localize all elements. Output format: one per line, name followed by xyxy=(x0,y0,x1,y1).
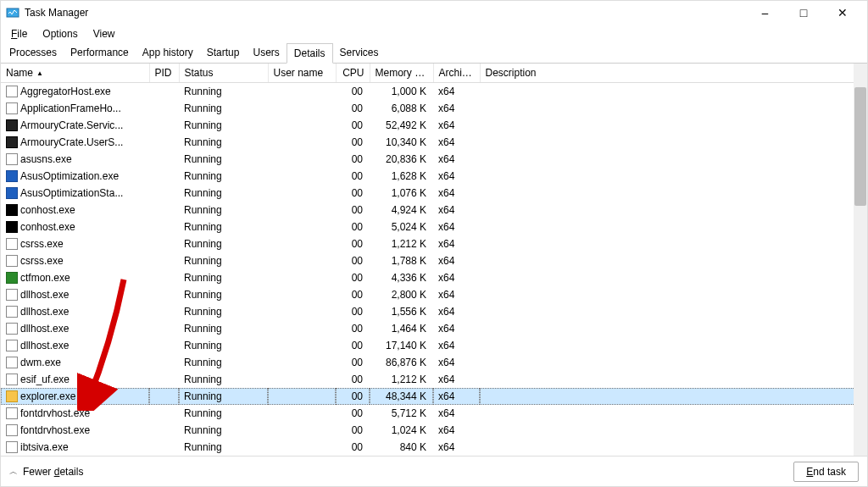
cell-status: Running xyxy=(179,371,268,388)
tab-startup[interactable]: Startup xyxy=(200,43,247,63)
table-row[interactable]: ApplicationFrameHo...Running006,088 Kx64 xyxy=(1,100,867,117)
process-icon xyxy=(6,119,18,131)
cell-user xyxy=(268,286,336,303)
menu-view[interactable]: View xyxy=(86,26,122,42)
cell-pid xyxy=(149,303,179,320)
cell-status: Running xyxy=(179,151,268,168)
tab-details[interactable]: Details xyxy=(287,43,333,64)
menu-options[interactable]: Options xyxy=(36,26,84,42)
cell-cpu: 00 xyxy=(336,422,370,439)
process-icon xyxy=(6,221,18,233)
cell-cpu: 00 xyxy=(336,83,370,101)
cell-status: Running xyxy=(179,337,268,354)
cell-name: conhost.exe xyxy=(1,219,149,235)
tab-users[interactable]: Users xyxy=(246,43,286,63)
cell-cpu: 00 xyxy=(336,337,370,354)
table-row[interactable]: conhost.exeRunning004,924 Kx64 xyxy=(1,202,867,219)
col-header-arch[interactable]: Archite... xyxy=(433,64,480,83)
cell-cpu: 00 xyxy=(336,168,370,185)
table-row[interactable]: csrss.exeRunning001,212 Kx64 xyxy=(1,235,867,252)
cell-arch: x64 xyxy=(433,354,480,371)
cell-cpu: 00 xyxy=(336,151,370,168)
cell-user xyxy=(268,388,336,405)
table-row[interactable]: fontdrvhost.exeRunning001,024 Kx64 xyxy=(1,422,867,439)
table-row[interactable]: ArmouryCrate.UserS...Running0010,340 Kx6… xyxy=(1,134,867,151)
cell-status: Running xyxy=(179,422,268,439)
vertical-scrollbar[interactable] xyxy=(854,64,867,456)
cell-user xyxy=(268,405,336,422)
cell-status: Running xyxy=(179,202,268,219)
table-row[interactable]: ibtsiva.exeRunning00840 Kx64 xyxy=(1,439,867,456)
cell-arch: x64 xyxy=(433,219,480,235)
cell-status: Running xyxy=(179,219,268,235)
chevron-up-icon: ︿ xyxy=(9,466,18,478)
cell-user xyxy=(268,185,336,202)
table-row[interactable]: AsusOptimization.exeRunning001,628 Kx64 xyxy=(1,168,867,185)
cell-cpu: 00 xyxy=(336,134,370,151)
minimize-button[interactable]: ‒ xyxy=(745,1,784,25)
col-header-name[interactable]: Name▲ xyxy=(1,64,149,83)
tab-performance[interactable]: Performance xyxy=(64,43,136,63)
cell-status: Running xyxy=(179,134,268,151)
cell-user xyxy=(268,371,336,388)
table-row[interactable]: dwm.exeRunning0086,876 Kx64 xyxy=(1,354,867,371)
process-icon xyxy=(6,204,18,216)
cell-name: asusns.exe xyxy=(1,151,149,168)
table-row[interactable]: dllhost.exeRunning001,556 Kx64 xyxy=(1,303,867,320)
maximize-button[interactable]: □ xyxy=(784,1,823,25)
table-row[interactable]: esif_uf.exeRunning001,212 Kx64 xyxy=(1,371,867,388)
col-header-cpu[interactable]: CPU xyxy=(336,64,370,83)
table-row[interactable]: explorer.exeRunning0048,344 Kx64 xyxy=(1,388,867,405)
col-header-user[interactable]: User name xyxy=(268,64,336,83)
tab-app-history[interactable]: App history xyxy=(136,43,200,63)
table-row[interactable]: AsusOptimizationSta...Running001,076 Kx6… xyxy=(1,185,867,202)
table-row[interactable]: AggregatorHost.exeRunning001,000 Kx64 xyxy=(1,83,867,101)
cell-desc xyxy=(480,202,867,219)
process-icon xyxy=(6,323,18,335)
cell-arch: x64 xyxy=(433,185,480,202)
cell-arch: x64 xyxy=(433,286,480,303)
cell-mem: 5,712 K xyxy=(370,405,433,422)
process-table[interactable]: Name▲ PID Status User name CPU Memory (a… xyxy=(1,64,867,456)
process-icon xyxy=(6,407,18,419)
table-row[interactable]: dllhost.exeRunning0017,140 Kx64 xyxy=(1,337,867,354)
table-row[interactable]: ctfmon.exeRunning004,336 Kx64 xyxy=(1,269,867,286)
cell-user xyxy=(268,151,336,168)
cell-arch: x64 xyxy=(433,202,480,219)
cell-cpu: 00 xyxy=(336,252,370,269)
fewer-details-toggle[interactable]: ︿ Fewer details xyxy=(9,466,83,478)
process-icon xyxy=(6,153,18,165)
table-row[interactable]: ArmouryCrate.Servic...Running0052,492 Kx… xyxy=(1,117,867,134)
table-row[interactable]: asusns.exeRunning0020,836 Kx64 xyxy=(1,151,867,168)
cell-arch: x64 xyxy=(433,235,480,252)
scroll-thumb[interactable] xyxy=(854,87,866,206)
menu-file[interactable]: File xyxy=(4,26,34,42)
end-task-button[interactable]: End task xyxy=(793,462,859,482)
cell-arch: x64 xyxy=(433,168,480,185)
close-button[interactable]: ✕ xyxy=(823,1,862,25)
table-row[interactable]: conhost.exeRunning005,024 Kx64 xyxy=(1,219,867,235)
cell-name: dllhost.exe xyxy=(1,337,149,354)
process-icon xyxy=(6,102,18,114)
titlebar[interactable]: Task Manager ‒ □ ✕ xyxy=(1,1,867,25)
col-header-status[interactable]: Status xyxy=(179,64,268,83)
table-row[interactable]: dllhost.exeRunning002,800 Kx64 xyxy=(1,286,867,303)
table-row[interactable]: fontdrvhost.exeRunning005,712 Kx64 xyxy=(1,405,867,422)
window-title: Task Manager xyxy=(25,7,88,19)
cell-desc xyxy=(480,303,867,320)
col-header-mem[interactable]: Memory (a... xyxy=(370,64,433,83)
col-header-pid[interactable]: PID xyxy=(149,64,179,83)
tab-processes[interactable]: Processes xyxy=(3,43,64,63)
cell-mem: 4,924 K xyxy=(370,202,433,219)
cell-cpu: 00 xyxy=(336,388,370,405)
cell-status: Running xyxy=(179,405,268,422)
cell-status: Running xyxy=(179,168,268,185)
table-row[interactable]: csrss.exeRunning001,788 Kx64 xyxy=(1,252,867,269)
tab-services[interactable]: Services xyxy=(333,43,386,63)
cell-mem: 4,336 K xyxy=(370,269,433,286)
process-icon xyxy=(6,390,18,402)
table-row[interactable]: dllhost.exeRunning001,464 Kx64 xyxy=(1,320,867,337)
col-header-desc[interactable]: Description xyxy=(480,64,867,83)
cell-user xyxy=(268,100,336,117)
cell-user xyxy=(268,117,336,134)
